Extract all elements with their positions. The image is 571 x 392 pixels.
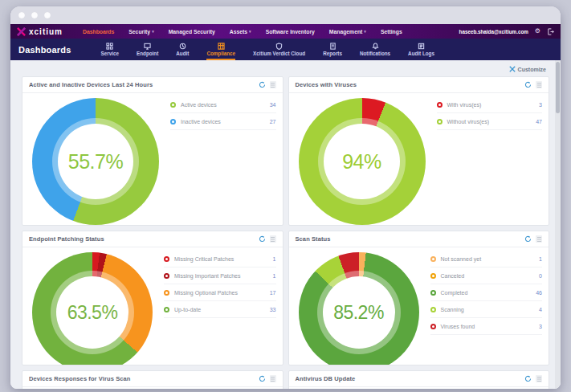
refresh-icon[interactable]: [524, 375, 532, 382]
legend-label: Completed: [441, 290, 468, 296]
legend-value[interactable]: 46: [536, 290, 542, 296]
refresh-icon[interactable]: [259, 375, 266, 382]
dashboard-tab-bar: Dashboards Service Endpoint Audit Compli…: [10, 39, 561, 60]
tab-service[interactable]: Service: [101, 39, 119, 60]
chevron-down-icon: ▾: [152, 29, 154, 34]
tab-audit-logs[interactable]: Audit Logs: [408, 39, 434, 60]
panel-grid: Active and Inactive Devices Last 24 Hour…: [22, 76, 549, 365]
grid-icon: [106, 43, 113, 50]
panel-menu-icon[interactable]: [536, 235, 542, 243]
log-icon: [418, 43, 425, 50]
legend-value[interactable]: 17: [270, 290, 276, 296]
legend-ring-icon: [437, 102, 443, 108]
tab-reports[interactable]: Reports: [323, 39, 342, 60]
legend-value[interactable]: 27: [270, 119, 276, 125]
legend-label: Missing Critical Patches: [174, 256, 234, 262]
dashboard-panel: Scan Status 85.2% Not scanned yet1Cancel…: [288, 231, 550, 365]
legend-label: Viruses found: [441, 324, 475, 329]
tab-endpoint[interactable]: Endpoint: [137, 39, 158, 60]
legend-label: Active devices: [181, 102, 217, 108]
donut-chart: 85.2%: [299, 252, 419, 365]
legend-label: Missing Important Patches: [174, 273, 240, 279]
panel-title: Active and Inactive Devices Last 24 Hour…: [29, 81, 153, 88]
brand-name: xcitium: [29, 27, 63, 36]
nav-item-security[interactable]: Security▾: [128, 29, 153, 35]
panel-menu-icon[interactable]: [536, 81, 542, 88]
tab-compliance[interactable]: Compliance: [206, 39, 235, 60]
donut-center-value: 85.2%: [299, 252, 419, 365]
legend-ring-icon: [430, 307, 436, 312]
legend-value[interactable]: 33: [270, 307, 276, 312]
nav-item-software-inventory[interactable]: Software Inventory: [266, 29, 315, 35]
dashboard-panel: Devices Responses for Virus Scan: [22, 370, 283, 389]
report-icon: [329, 43, 336, 50]
legend-label: With virus(es): [447, 102, 482, 108]
legend-label: Canceled: [441, 273, 465, 279]
dashboard-panel: Devices with Viruses 94% With virus(es)3…: [288, 76, 550, 226]
page-title: Dashboards: [18, 45, 71, 55]
legend-label: Not scanned yet: [441, 256, 482, 262]
panel-menu-icon[interactable]: [270, 375, 276, 382]
scrollbar-thumb[interactable]: [556, 62, 560, 113]
audit-icon: [179, 43, 186, 50]
legend-value[interactable]: 3: [539, 324, 542, 329]
xcitium-logo: xcitium: [17, 27, 63, 36]
nav-item-management[interactable]: Management▾: [329, 29, 366, 35]
legend-value[interactable]: 3: [539, 102, 542, 108]
window-control-dot[interactable]: [18, 12, 25, 18]
window-titlebar: [10, 6, 561, 24]
legend-ring-icon: [164, 273, 169, 279]
legend-value[interactable]: 0: [539, 273, 542, 279]
nav-item-assets[interactable]: Assets▾: [230, 29, 251, 35]
panel-menu-icon[interactable]: [270, 81, 276, 88]
customize-icon: [509, 66, 516, 72]
tab-notifications[interactable]: Notifications: [360, 39, 390, 60]
dashboard-panel: Endpoint Patching Status 63.5% Missing C…: [22, 231, 283, 365]
refresh-icon[interactable]: [259, 81, 266, 88]
panel-menu-icon[interactable]: [536, 375, 542, 382]
panel-title: Antivirus DB Update: [296, 375, 356, 382]
legend-label: Inactive devices: [181, 119, 221, 125]
gear-icon[interactable]: ⚙: [535, 28, 540, 35]
legend-label: Up-to-date: [174, 307, 201, 312]
window-control-dot[interactable]: [31, 12, 38, 18]
window-control-dot[interactable]: [44, 12, 51, 18]
legend-value[interactable]: 1: [273, 256, 276, 262]
legend-ring-icon: [430, 273, 436, 279]
refresh-icon[interactable]: [259, 235, 266, 243]
legend-ring-icon: [170, 119, 176, 125]
legend-value[interactable]: 4: [539, 307, 542, 312]
legend-item: Not scanned yet1: [430, 251, 543, 267]
logout-icon[interactable]: [547, 28, 554, 35]
panel-title: Devices Responses for Virus Scan: [29, 375, 130, 382]
refresh-icon[interactable]: [524, 81, 532, 88]
legend-item: Active devices34: [170, 96, 276, 113]
legend-item: Inactive devices27: [170, 113, 276, 130]
customize-button[interactable]: Customize: [509, 66, 546, 72]
compliance-grid-icon: [218, 43, 225, 50]
browser-window: xcitium Dashboards Security▾ Managed Sec…: [10, 6, 561, 389]
legend-item: Viruses found3: [430, 318, 543, 335]
legend-ring-icon: [437, 119, 443, 125]
nav-item-dashboards[interactable]: Dashboards: [83, 29, 114, 35]
vertical-scrollbar[interactable]: [555, 60, 561, 389]
donut-chart: 55.7%: [32, 98, 159, 225]
tab-audit[interactable]: Audit: [176, 39, 189, 60]
legend-ring-icon: [430, 324, 436, 329]
legend-label: Scanning: [441, 307, 464, 312]
legend-value[interactable]: 1: [273, 273, 276, 279]
refresh-icon[interactable]: [524, 235, 532, 243]
legend-ring-icon: [164, 290, 169, 296]
chart-legend: Missing Critical Patches1Missing Importa…: [164, 251, 276, 365]
legend-value[interactable]: 47: [536, 119, 542, 125]
tab-xcitium-verdict-cloud[interactable]: Xcitium Verdict Cloud: [253, 39, 305, 60]
user-email: haseeb.shaida@xcitium.com: [459, 29, 528, 35]
panel-title: Endpoint Patching Status: [29, 235, 104, 243]
monitor-icon: [144, 43, 151, 50]
panel-menu-icon[interactable]: [270, 235, 276, 243]
legend-value[interactable]: 34: [270, 102, 276, 108]
legend-value[interactable]: 1: [539, 256, 542, 262]
dashboard-panel: Antivirus DB Update: [288, 370, 550, 389]
nav-item-settings[interactable]: Settings: [381, 29, 402, 35]
nav-item-managed-security[interactable]: Managed Security: [169, 29, 215, 35]
